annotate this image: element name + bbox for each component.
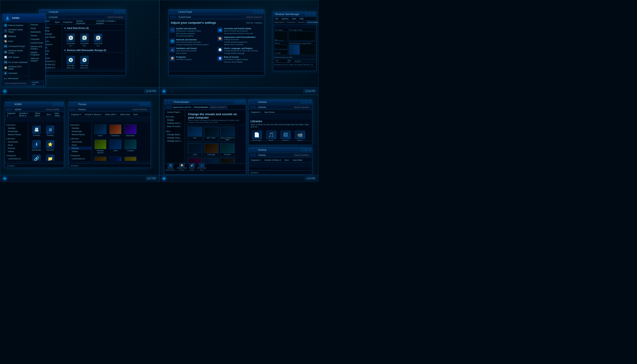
cp-search-input[interactable] [245,15,263,19]
close-button[interactable]: × [121,10,125,14]
pics-sidebar-pics[interactable]: Pictures [69,147,92,150]
tm-menu-file[interactable]: File [274,17,279,20]
pics-addr-back[interactable]: ‹ [70,108,73,111]
theme-thin[interactable]: Thin White Line [220,158,235,163]
cp-view-by[interactable]: View by: Category [246,22,262,24]
sm-default-progs[interactable]: Default Programs [29,51,45,56]
tm-menu-view[interactable]: View [291,17,297,20]
pics-sidebar-music[interactable]: Music [69,144,92,147]
sm-media-player[interactable]: 🎵 Windows Media Player [2,28,29,34]
lib-search[interactable] [293,105,311,109]
admin-downloads-item[interactable]: ⬇ Downloads [31,139,43,152]
programs-title[interactable]: Programs [176,56,216,58]
uninstall-link[interactable]: Uninstall a program [176,58,216,61]
pics-sidebar-recent[interactable]: Recent Places [69,133,92,136]
sm-control-panel[interactable]: Control Panel [29,41,45,45]
admin-back[interactable]: ‹ [6,103,9,106]
address-input[interactable] [48,15,105,19]
per-minimize[interactable]: ─ [235,100,238,104]
hardware-title[interactable]: Hardware and Sound [176,47,216,50]
sm-osk[interactable]: ⌨ On-Screen Keyboard [2,60,29,65]
pics-include[interactable]: Include in library ▾ [84,113,103,116]
admin-addr-forward[interactable]: › [9,108,13,111]
parental-link[interactable]: Set up parental controls for any user [224,32,263,35]
network-status-link[interactable]: View network status and tasks [176,41,216,43]
start-button-q2[interactable] [161,88,167,94]
pics-sidebar-videos[interactable]: Videos [69,150,92,153]
lib-videos[interactable]: 📹 Videos [294,131,306,141]
fix-link[interactable]: Find and fix problems [176,35,216,37]
cp-maximize[interactable]: □ [256,10,260,14]
desk-address-input[interactable] [257,153,292,157]
start-button-q1[interactable] [2,88,8,94]
desk-addr-forward[interactable]: › [253,154,256,157]
pic-creation[interactable]: Creation [124,139,137,155]
admin-sidebar-docs[interactable]: Documents [5,140,28,144]
sm-music[interactable]: Music [29,26,45,30]
sm-media-center[interactable]: 📺 Windows Media Center [2,49,29,55]
per-desktop-bg[interactable]: 🖼 DesktopBackground [166,163,175,171]
slideshow-button[interactable]: Slide show [119,113,131,116]
system-security-title[interactable]: System and Security [176,27,216,30]
pics-c-drive[interactable]: Local Disk (C:) [69,157,92,160]
per-addr-forward[interactable]: › [169,106,172,109]
admin-search[interactable] [45,108,63,111]
appearance-title[interactable]: Appearance and Personalization [224,36,263,38]
pics-sidebar-docs[interactable]: Documents [69,140,92,144]
cp-close[interactable]: × [260,10,263,14]
pics-close[interactable]: × [147,103,150,106]
lib-close[interactable]: × [308,100,311,104]
theme-racy[interactable]: Racy [188,158,202,163]
pic-cup[interactable]: Cup [94,156,107,161]
sm-xps[interactable]: 📊 XPS Viewer [2,55,29,60]
pic-dark-geometry[interactable]: Dark Geometry [109,156,122,161]
desk-close[interactable]: × [308,148,311,152]
pics-sidebar-downloads[interactable]: Downloads [69,130,92,133]
admin-sidebar-pics[interactable]: Pictures [5,147,28,150]
admin-my-docs[interactable]: 📁 My Documents [44,154,56,161]
admin-sidebar-music[interactable]: Music [5,144,28,147]
desk-organize[interactable]: Organize ▾ [250,158,262,162]
per-see-taskbar[interactable]: Taskbar and Start Menu [164,122,185,125]
cp-minimize[interactable]: ─ [253,10,256,14]
admin-sidebar-videos[interactable]: Videos [5,150,28,153]
admin-sidebar-recent[interactable]: Recent Places [5,133,28,136]
sm-paint[interactable]: 🎨 Paint [2,39,29,44]
clock-title[interactable]: Clock, Language, and Region [224,47,263,50]
tm-tab-services[interactable]: Services [297,20,306,24]
properties-button[interactable]: Properties [62,20,74,24]
add-device-link[interactable]: Add a device [176,52,216,54]
desk-minimize[interactable]: ─ [301,148,304,152]
start-button-q3[interactable] [2,176,8,181]
sm-computer[interactable]: Computer [29,38,45,41]
start-search-input[interactable] [4,82,30,85]
tm-tab-performance[interactable]: Performance [306,20,319,24]
desk-forward[interactable]: › [253,148,256,152]
per-see-ease[interactable]: Ease of Access Center [164,125,185,128]
tm-minimize[interactable]: ─ [305,13,308,16]
cp-address-input[interactable] [177,15,244,19]
sm-downloads[interactable]: Downloads [29,30,45,34]
pic-desert-road[interactable]: Desert Road [124,156,137,161]
admin-new-folder[interactable]: New folder [54,112,63,117]
pic-alone[interactable]: Alone [94,124,107,138]
lib-organize[interactable]: Organize ▾ [250,110,262,114]
change-theme-link[interactable]: Change the theme [224,38,263,41]
pics-organize[interactable]: Organize ▾ [70,113,82,116]
tm-tab-applications[interactable]: Applications [273,20,286,24]
pics-e-drive[interactable]: Local Disk (E:) [69,160,92,161]
visual-display-link[interactable]: Optimize visual display [224,61,263,63]
admin-share[interactable]: Share with ▾ [34,112,44,117]
tm-menu-options[interactable]: Options [281,17,289,20]
sm-games[interactable]: Games [29,34,45,38]
screen-res-link[interactable]: Adjust screen resolution [224,43,263,46]
lib-documents[interactable]: 📄 Documents [251,131,263,141]
per-back[interactable]: ‹ [165,100,168,104]
search-input[interactable] [106,15,125,19]
desk-include[interactable]: Include in library ▾ [263,158,282,162]
lib-addr-forward[interactable]: › [253,106,256,109]
admin-address-input[interactable] [14,108,44,111]
sm-cmd[interactable]: ⌨ Command Prompt [2,44,29,49]
theme-lucen[interactable]: LucenLight [204,143,219,156]
per-see-display[interactable]: Display [164,118,185,122]
